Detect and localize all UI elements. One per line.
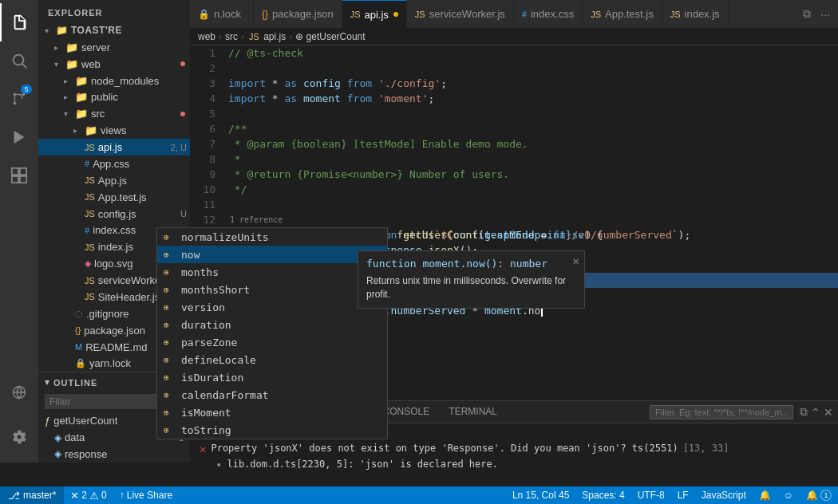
ac-item-calendarFormat[interactable]: ⊕ calendarFormat xyxy=(157,386,387,404)
search-icon[interactable] xyxy=(0,41,38,80)
svg-line-1 xyxy=(22,64,26,68)
warning-count-icon: ⚠ xyxy=(89,490,99,502)
error-count-icon: ✕ xyxy=(70,490,79,502)
remote-icon[interactable] xyxy=(0,373,38,411)
tab-app-test[interactable]: JS App.test.js xyxy=(583,0,662,28)
tree-item-server[interactable]: ▸ 📁 server xyxy=(38,39,190,56)
ac-item-duration[interactable]: ⊕ duration xyxy=(157,316,387,333)
copy-icon[interactable]: ⧉ xyxy=(800,405,808,419)
tab-index-css[interactable]: # index.css xyxy=(514,0,583,28)
breadcrumb-apijs[interactable]: JS api.js xyxy=(247,31,286,42)
panel-filter xyxy=(650,405,793,419)
breadcrumb-getusercount[interactable]: ⊕ getUserCount xyxy=(295,31,365,42)
ac-icon-parseZone: ⊕ xyxy=(164,337,176,348)
tree-item-config-js[interactable]: ▸ JS config.js U xyxy=(38,206,190,222)
ac-icon-defineLocale: ⊕ xyxy=(164,355,176,365)
run-icon[interactable] xyxy=(0,118,38,156)
files-icon[interactable] xyxy=(0,3,38,41)
ac-icon-version: ⊕ xyxy=(164,302,176,313)
code-line-4: import * as moment from 'moment'; xyxy=(228,91,838,106)
code-line-8: * xyxy=(228,152,838,167)
breadcrumb-web[interactable]: web xyxy=(198,31,215,42)
tooltip-box: ✕ function moment.now(): number Returns … xyxy=(358,250,585,309)
liveshare-icon: ↑ xyxy=(120,490,125,501)
tab-nlock[interactable]: 🔒 n.lock xyxy=(190,0,254,28)
source-control-icon[interactable]: 5 xyxy=(0,80,38,118)
svg-point-0 xyxy=(14,55,24,65)
tree-item-app-test-js[interactable]: ▸ JS App.test.js xyxy=(38,189,190,206)
panel-icons: ⧉ ⌃ ✕ xyxy=(800,405,833,419)
status-feedback[interactable]: ☺ xyxy=(777,486,800,504)
svg-point-3 xyxy=(14,102,17,105)
ac-item-now[interactable]: ⊕ now xyxy=(157,246,387,263)
tab-serviceworker[interactable]: JS serviceWorker.js xyxy=(407,0,514,28)
close-panel-icon[interactable]: ✕ xyxy=(824,406,833,419)
tree-item-toastre[interactable]: ▾ 📁 TOAST'RE xyxy=(38,22,190,39)
status-language[interactable]: JavaScript xyxy=(695,486,753,504)
status-encoding[interactable]: UTF-8 xyxy=(631,486,671,504)
status-bell-icon[interactable]: 🔔 xyxy=(753,486,777,504)
more-actions-icon[interactable]: ··· xyxy=(817,6,833,22)
status-errors[interactable]: ✕ 2 ⚠ 0 xyxy=(64,486,113,504)
code-line-11: export async function getUserCount(testM… xyxy=(228,197,838,212)
ac-item-defineLocale[interactable]: ⊕ defineLocale xyxy=(157,351,387,368)
code-line-10: */ xyxy=(228,182,838,197)
ac-item-isDuration[interactable]: ⊕ isDuration xyxy=(157,368,387,386)
split-editor-icon[interactable]: ⧉ xyxy=(800,6,814,22)
git-branch[interactable]: ⎇ master* xyxy=(0,486,64,504)
ac-item-parseZone[interactable]: ⊕ parseZone xyxy=(157,333,387,351)
error-line-1: ✕ Property 'jsonX' does not exist on typ… xyxy=(196,441,832,457)
ac-item-monthsShort[interactable]: ⊕ monthsShort xyxy=(157,281,387,298)
tooltip-description: Returns unix time in milliseconds. Overw… xyxy=(366,274,576,301)
status-spaces[interactable]: Spaces: 4 xyxy=(575,486,630,504)
tab-actions: ⧉ ··· xyxy=(795,0,838,28)
tab-api-js[interactable]: JS api.js xyxy=(342,0,407,28)
ac-item-normalizeUnits[interactable]: ⊕ normalizeUnits xyxy=(157,228,387,246)
autocomplete-dropdown[interactable]: ⊕ normalizeUnits ⊕ now ⊕ months ⊕ months… xyxy=(156,227,388,439)
tabs-bar: 🔒 n.lock {} package.json JS api.js JS se… xyxy=(190,0,838,28)
panel-tab-terminal[interactable]: TERMINAL xyxy=(439,401,507,423)
breadcrumb: web › src › JS api.js › ⊕ getUserCount xyxy=(190,28,838,45)
status-right: Ln 15, Col 45 Spaces: 4 UTF-8 LF JavaScr… xyxy=(506,486,838,504)
status-liveshare[interactable]: ↑ Live Share xyxy=(113,486,179,504)
ac-icon-monthsShort: ⊕ xyxy=(164,285,176,295)
svg-rect-9 xyxy=(12,176,18,183)
error-icon-1: ✕ xyxy=(200,443,206,455)
code-line-2 xyxy=(228,61,838,76)
ac-item-isMoment[interactable]: ⊕ isMoment xyxy=(157,404,387,421)
tree-item-views[interactable]: ▸ 📁 views xyxy=(38,122,190,139)
extensions-icon[interactable] xyxy=(0,156,38,195)
status-line-ending[interactable]: LF xyxy=(671,486,695,504)
breadcrumb-src[interactable]: src xyxy=(225,31,238,42)
settings-icon[interactable] xyxy=(0,418,38,456)
status-notifications[interactable]: 🔔 1 xyxy=(800,486,838,504)
tree-item-node_modules[interactable]: ▸ 📁 node_modules xyxy=(38,73,190,89)
outline-item-response[interactable]: ◈ response xyxy=(38,446,190,463)
error-line-2: • lib.dom.d.ts[2230, 5]: 'json' is decla… xyxy=(196,457,832,473)
tree-item-api-js[interactable]: ▸ JS api.js 2, U xyxy=(38,139,190,156)
tree-item-app-js[interactable]: ▸ JS App.js xyxy=(38,172,190,189)
tree-item-web[interactable]: ▾ 📁 web xyxy=(38,56,190,73)
ac-icon-toString: ⊕ xyxy=(164,425,176,435)
code-line-1: // @ts-check xyxy=(228,45,838,61)
tab-index-js[interactable]: JS index.js xyxy=(662,0,729,28)
svg-point-2 xyxy=(14,93,17,96)
tooltip-signature: function moment.now(): number xyxy=(366,258,576,270)
svg-marker-5 xyxy=(14,131,25,144)
ac-icon-months: ⊕ xyxy=(164,267,176,278)
ac-item-months[interactable]: ⊕ months xyxy=(157,263,387,281)
ac-item-toString[interactable]: ⊕ toString xyxy=(157,421,387,439)
ac-item-version[interactable]: ⊕ version xyxy=(157,298,387,316)
svg-rect-6 xyxy=(12,168,18,175)
tooltip-close-icon[interactable]: ✕ xyxy=(573,254,579,267)
panel-filter-input[interactable] xyxy=(650,405,793,419)
tab-package-json[interactable]: {} package.json xyxy=(254,0,342,28)
ac-icon-calendarFormat: ⊕ xyxy=(164,390,176,400)
collapse-icon[interactable]: ⌃ xyxy=(811,406,820,419)
status-position[interactable]: Ln 15, Col 45 xyxy=(506,486,575,504)
svg-rect-7 xyxy=(20,168,26,175)
tree-item-app-css[interactable]: ▸ # App.css xyxy=(38,156,190,172)
code-line-5 xyxy=(228,106,838,121)
tree-item-public[interactable]: ▸ 📁 public xyxy=(38,89,190,106)
tree-item-src[interactable]: ▾ 📁 src xyxy=(38,105,190,122)
